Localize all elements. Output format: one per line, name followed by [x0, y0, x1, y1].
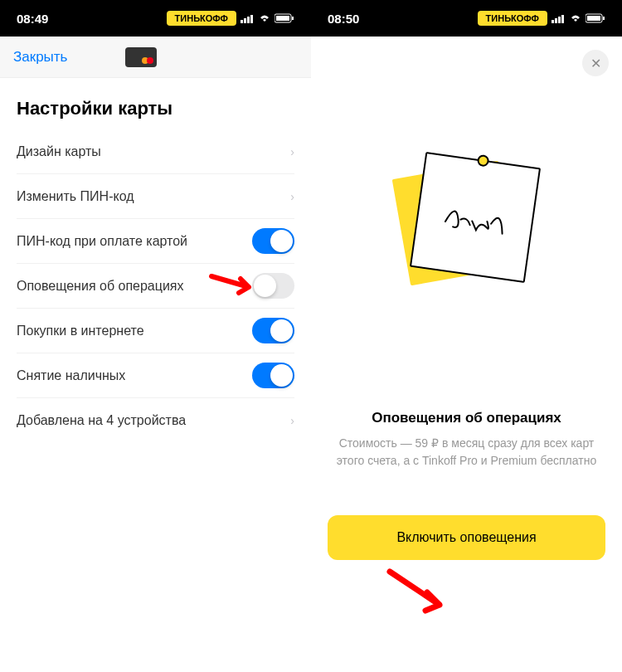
svg-rect-0: [241, 20, 243, 23]
promo-description: Стоимость — 59 ₽ в месяц сразу для всех …: [311, 435, 622, 470]
svg-rect-2: [247, 17, 250, 23]
setting-label: Оповещения об операциях: [17, 279, 184, 294]
phone-screen-left: 08:49 ТИНЬКОФФ Закрыть Настройки карты Д…: [0, 0, 311, 672]
setting-cash-withdrawal: Снятие наличных: [17, 353, 294, 398]
setting-pin-on-pay: ПИН-код при оплате картой: [17, 219, 294, 264]
svg-rect-3: [250, 15, 253, 23]
setting-online-purchases: Покупки в интернете: [17, 309, 294, 353]
close-button[interactable]: Закрыть: [13, 49, 67, 66]
setting-label: Дизайн карты: [17, 144, 101, 159]
status-icons: [241, 13, 294, 23]
setting-label: Покупки в интернете: [17, 324, 144, 338]
svg-rect-13: [603, 17, 605, 20]
setting-label: Добавлена на 4 устройства: [17, 413, 186, 428]
section-title: Настройки карты: [0, 78, 311, 129]
setting-devices[interactable]: Добавлена на 4 устройства ›: [17, 398, 294, 443]
setting-card-design[interactable]: Дизайн карты ›: [17, 129, 294, 174]
chevron-right-icon: ›: [290, 414, 294, 427]
status-icons: [552, 13, 605, 23]
setting-label: Снятие наличных: [17, 368, 125, 383]
svg-rect-7: [552, 20, 554, 23]
promo-title: Оповещения об операциях: [372, 410, 561, 426]
svg-rect-9: [558, 17, 561, 23]
status-time: 08:50: [328, 12, 359, 26]
setting-label: ПИН-код при оплате картой: [17, 234, 187, 249]
promo-content: ✕ Оповещения об операциях Стоимость — 59…: [311, 37, 622, 672]
phone-screen-right: 08:50 ТИНЬКОФФ ✕ Оповещения об операциях…: [311, 0, 622, 672]
modal-header: Закрыть: [0, 37, 311, 78]
settings-list: Дизайн карты › Изменить ПИН-код › ПИН-ко…: [0, 129, 311, 443]
enable-notifications-button[interactable]: Включить оповещения: [328, 515, 605, 560]
setting-notifications: Оповещения об операциях: [17, 264, 294, 309]
svg-rect-10: [561, 15, 564, 23]
status-bar: 08:49 ТИНЬКОФФ: [0, 0, 311, 37]
brand-pill: ТИНЬКОФФ: [478, 11, 547, 26]
svg-rect-12: [587, 16, 600, 21]
toggle-cash-withdrawal[interactable]: [252, 363, 294, 388]
toggle-online-purchases[interactable]: [252, 318, 294, 343]
chevron-right-icon: ›: [290, 145, 294, 158]
card-thumbnail[interactable]: [125, 47, 157, 67]
status-time: 08:49: [17, 12, 48, 26]
svg-rect-5: [276, 16, 289, 21]
setting-change-pin[interactable]: Изменить ПИН-код ›: [17, 174, 294, 219]
sticky-note-illustration: [392, 144, 542, 285]
svg-rect-8: [555, 18, 557, 23]
close-icon[interactable]: ✕: [582, 50, 609, 76]
svg-rect-1: [244, 18, 246, 23]
signature-icon: [435, 192, 514, 243]
chevron-right-icon: ›: [290, 190, 294, 203]
setting-label: Изменить ПИН-код: [17, 189, 134, 204]
status-bar: 08:50 ТИНЬКОФФ: [311, 0, 622, 37]
toggle-notifications[interactable]: [252, 273, 294, 299]
annotation-arrow-icon: [386, 567, 452, 617]
brand-pill: ТИНЬКОФФ: [167, 11, 236, 26]
svg-rect-6: [292, 17, 294, 20]
toggle-pin-on-pay[interactable]: [252, 228, 294, 254]
settings-content: Настройки карты Дизайн карты › Изменить …: [0, 78, 311, 443]
pin-icon: [476, 154, 489, 168]
